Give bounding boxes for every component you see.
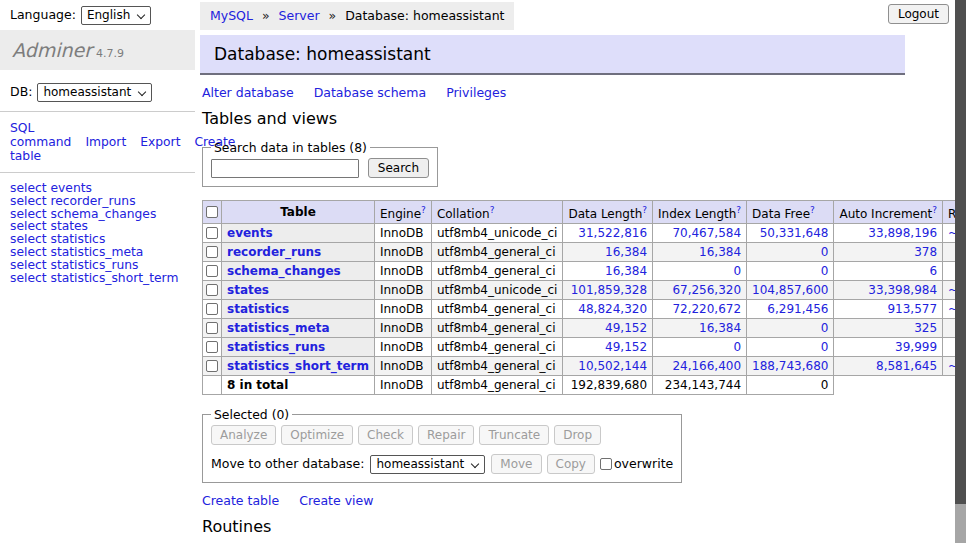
column-header-label: Table [280, 205, 316, 219]
row-checkbox-cell [203, 357, 222, 376]
data-free-link[interactable]: 0 [821, 245, 829, 259]
language-select[interactable]: English [81, 6, 151, 25]
data-length-link[interactable]: 16,384 [605, 264, 647, 278]
index-length-link[interactable]: 24,166,400 [672, 359, 741, 373]
logout-button[interactable]: Logout [888, 4, 949, 24]
index-length-link[interactable]: 16,384 [699, 245, 741, 259]
row-checkbox-events[interactable] [206, 227, 218, 239]
data-length-link[interactable]: 31,522,816 [578, 226, 647, 240]
index-length-link[interactable]: 0 [733, 264, 741, 278]
sidebar-action-import[interactable]: Import [85, 135, 126, 149]
search-button[interactable]: Search [368, 158, 429, 178]
data-length-cell: 31,522,816 [563, 224, 653, 243]
data-free-link[interactable]: 50,331,648 [760, 226, 829, 240]
bottom-action-create-view[interactable]: Create view [299, 493, 373, 508]
data-length-link[interactable]: 101,859,328 [571, 283, 647, 297]
data-length-link[interactable]: 16,384 [605, 245, 647, 259]
help-link[interactable]: ? [490, 205, 495, 215]
auto-increment-link[interactable]: 378 [914, 245, 937, 259]
auto-increment-link[interactable]: 325 [914, 321, 937, 335]
auto-increment-link[interactable]: 8,581,645 [876, 359, 937, 373]
data-length-link[interactable]: 48,824,320 [578, 302, 647, 316]
move-db-select[interactable]: homeassistant [370, 455, 485, 474]
chevron-down-icon [137, 11, 145, 19]
bottom-action-create-table[interactable]: Create table [202, 493, 279, 508]
table-name-link-recorder-runs[interactable]: recorder_runs [227, 245, 321, 259]
auto-increment-link[interactable]: 913,577 [887, 302, 937, 316]
table-name-link-schema-changes[interactable]: schema_changes [227, 264, 341, 278]
row-checkbox-schema-changes[interactable] [206, 265, 218, 277]
table-name-link-events[interactable]: events [227, 226, 273, 240]
index-length-link[interactable]: 70,467,584 [672, 226, 741, 240]
auto-increment-link[interactable]: 33,398,984 [868, 283, 937, 297]
table-row: statistics_runsInnoDButf8mb4_general_ci4… [203, 338, 966, 357]
sidebar-divider [0, 172, 195, 173]
row-checkbox-statistics-short-term[interactable] [206, 360, 218, 372]
table-name-link-statistics-runs[interactable]: statistics_runs [227, 340, 325, 354]
sidebar-table-link-statistics-short-term[interactable]: statistics_short_term [50, 271, 178, 285]
collation-cell: utf8mb4_unicode_ci [431, 281, 563, 300]
index-length-link[interactable]: 16,384 [699, 321, 741, 335]
table-name-link-statistics-meta[interactable]: statistics_meta [227, 321, 330, 335]
row-checkbox-statistics-meta[interactable] [206, 322, 218, 334]
help-link[interactable]: ? [421, 205, 426, 215]
totals-collation-cell: utf8mb4_general_ci [431, 376, 563, 395]
sidebar-actions: SQL commandImportExportCreate table [10, 121, 192, 163]
column-header-index-length: Index Length? [653, 201, 747, 224]
table-name-link-statistics[interactable]: statistics [227, 302, 289, 316]
auto-increment-link[interactable]: 6 [929, 264, 937, 278]
row-checkbox-states[interactable] [206, 284, 218, 296]
data-length-link[interactable]: 10,502,144 [578, 359, 647, 373]
row-checkbox-recorder-runs[interactable] [206, 246, 218, 258]
index-length-link[interactable]: 72,220,672 [672, 302, 741, 316]
column-header-collation: Collation? [431, 201, 563, 224]
database-action-privileges[interactable]: Privileges [446, 85, 506, 100]
db-select[interactable]: homeassistant [37, 83, 152, 102]
column-header-data-length: Data Length? [563, 201, 653, 224]
index-length-link[interactable]: 0 [733, 340, 741, 354]
data-free-link[interactable]: 104,857,600 [752, 283, 828, 297]
vertical-scrollbar-thumb[interactable] [955, 0, 966, 504]
row-checkbox-cell [203, 338, 222, 357]
data-length-link[interactable]: 49,152 [605, 340, 647, 354]
auto-increment-link[interactable]: 33,898,196 [868, 226, 937, 240]
help-link[interactable]: ? [642, 205, 647, 215]
table-name-link-states[interactable]: states [227, 283, 269, 297]
table-name-link-statistics-short-term[interactable]: statistics_short_term [227, 359, 369, 373]
select-all-checkbox[interactable] [206, 206, 218, 218]
overwrite-checkbox[interactable] [600, 458, 612, 470]
vertical-scrollbar-track[interactable] [955, 0, 966, 543]
search-input[interactable] [211, 159, 359, 178]
data-free-link[interactable]: 188,743,680 [752, 359, 828, 373]
help-link[interactable]: ? [810, 205, 815, 215]
data-length-link[interactable]: 49,152 [605, 321, 647, 335]
table-name-cell: events [222, 224, 375, 243]
data-length-cell: 10,502,144 [563, 357, 653, 376]
data-free-cell: 6,291,456 [747, 300, 834, 319]
row-checkbox-statistics-runs[interactable] [206, 341, 218, 353]
breadcrumb-link-mysql[interactable]: MySQL [210, 8, 253, 23]
help-link[interactable]: ? [932, 205, 937, 215]
sidebar-action-sql-command[interactable]: SQL command [10, 121, 71, 149]
database-action-database-schema[interactable]: Database schema [314, 85, 426, 100]
index-length-link[interactable]: 67,256,320 [672, 283, 741, 297]
tables-list-header: TableEngine?Collation?Data Length?Index … [203, 201, 966, 224]
sidebar-action-export[interactable]: Export [140, 135, 180, 149]
totals-engine-cell: InnoDB [374, 376, 431, 395]
sidebar-select-link-statistics-short-term[interactable]: select [10, 271, 47, 285]
breadcrumb-link-server[interactable]: Server [279, 8, 320, 23]
auto-increment-cell: 325 [834, 319, 943, 338]
data-free-link[interactable]: 0 [821, 321, 829, 335]
data-free-link[interactable]: 6,291,456 [767, 302, 828, 316]
db-selector-row: DB:homeassistant [10, 83, 195, 102]
data-length-cell: 101,859,328 [563, 281, 653, 300]
auto-increment-link[interactable]: 39,999 [895, 340, 937, 354]
help-link[interactable]: ? [736, 205, 741, 215]
totals-checkbox-cell [203, 376, 222, 395]
row-checkbox-statistics[interactable] [206, 303, 218, 315]
analyze-button: Analyze [211, 425, 276, 445]
data-free-link[interactable]: 0 [821, 340, 829, 354]
column-header-data-free: Data Free? [747, 201, 834, 224]
data-free-link[interactable]: 0 [821, 264, 829, 278]
database-action-alter-database[interactable]: Alter database [202, 85, 294, 100]
